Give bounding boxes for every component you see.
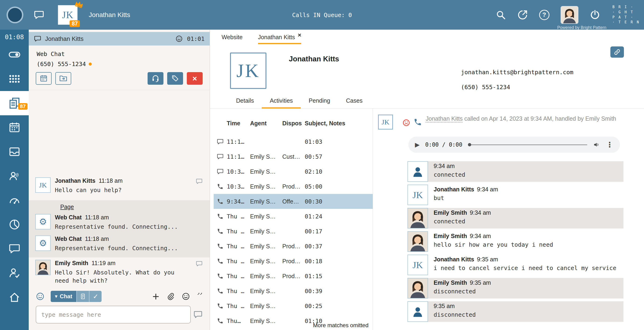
pie-chart-icon bbox=[8, 218, 20, 231]
table-row[interactable]: Thu …Emily S…Prod…01:15 bbox=[214, 269, 373, 284]
active-contact-avatar[interactable]: JK 87 bbox=[58, 5, 78, 25]
table-row[interactable]: 10:3…Emily S…02:10 bbox=[214, 164, 373, 179]
sidebar-item-dashboard[interactable] bbox=[0, 188, 29, 212]
chat-duration-timer: 01:01 bbox=[187, 35, 204, 42]
paperclip-icon[interactable] bbox=[166, 292, 175, 301]
flag-disposition-button[interactable] bbox=[167, 72, 183, 85]
tab-activities[interactable]: Activities bbox=[262, 97, 301, 108]
sidebar-item-reports[interactable] bbox=[0, 212, 29, 237]
sidebar-item-status-toggle[interactable] bbox=[0, 42, 29, 67]
sentiment-smiley-icon[interactable] bbox=[175, 35, 183, 42]
sidebar-item-dialpad[interactable] bbox=[0, 67, 29, 91]
tab-details[interactable]: Details bbox=[228, 97, 262, 108]
table-row[interactable]: Thu …Emily S…Prod…00:37 bbox=[214, 239, 373, 254]
contact-avatar: JK bbox=[408, 185, 428, 205]
table-row[interactable]: Thu …Emily S…01:24 bbox=[214, 209, 373, 224]
message-sender: Web Chat bbox=[55, 214, 82, 221]
contact-header: JK Jonathan Kitts bbox=[210, 44, 644, 89]
table-row[interactable]: Thu …Emily S…00:39 bbox=[214, 284, 373, 299]
table-row[interactable]: 10:3…Emily S…Prod…05:00 bbox=[214, 179, 373, 194]
message-text: hello sir how are you today i need bbox=[434, 241, 553, 248]
table-row[interactable]: 11:1…01:03 bbox=[214, 134, 373, 149]
voice-call-button[interactable] bbox=[148, 72, 164, 85]
add-attachment-plus-icon[interactable]: + bbox=[152, 292, 159, 301]
send-chat-icon[interactable] bbox=[193, 310, 203, 319]
tab-contact[interactable]: Jonathan Kitts× bbox=[258, 34, 302, 44]
table-row[interactable]: Thu …Emily S…Prod…00:18 bbox=[214, 254, 373, 269]
message-options-icon[interactable] bbox=[196, 260, 203, 267]
message-options-icon[interactable] bbox=[196, 178, 203, 185]
sidebar-item-inbox[interactable] bbox=[0, 140, 29, 164]
call-transcript: 9:34 amconnected JK Jonathan Kitts9:34 a… bbox=[408, 161, 624, 325]
table-row[interactable]: Thu …Emily S…00:25 bbox=[214, 299, 373, 314]
chat-header[interactable]: Jonathan Kitts 01:01 bbox=[29, 32, 210, 45]
message-text: but bbox=[434, 195, 498, 201]
help-icon[interactable]: ? bbox=[539, 10, 550, 20]
activity-summary-header: JK Jonathan Kitts called on Apr 14, 2023… bbox=[378, 115, 644, 129]
logged-in-agent[interactable]: Powered by Bright Pattern bbox=[561, 6, 578, 24]
quote-icon[interactable]: ” bbox=[197, 293, 203, 300]
agent-avatar bbox=[408, 231, 428, 252]
agent-presence-indicator[interactable] bbox=[6, 6, 23, 23]
share-icon[interactable] bbox=[517, 9, 528, 20]
sidebar-item-calendar[interactable] bbox=[0, 115, 29, 140]
phone-type-icon bbox=[214, 273, 227, 279]
left-nav-sidebar: 01:08 87 bbox=[0, 30, 29, 330]
sidebar-item-contacts[interactable] bbox=[0, 164, 29, 188]
transcript-event: Emily Smith9:34 amconnected bbox=[408, 208, 624, 229]
chat-mode-button[interactable]: ▾Chat bbox=[51, 291, 76, 302]
phone-type-icon bbox=[214, 303, 227, 309]
col-time: Time bbox=[227, 120, 250, 127]
close-tab-icon[interactable]: × bbox=[298, 32, 301, 38]
logout-power-icon[interactable] bbox=[590, 9, 600, 20]
confirm-button[interactable]: ✓ bbox=[89, 291, 102, 302]
table-row[interactable]: 11:1…Emily S…Cust…00:57 bbox=[214, 149, 373, 164]
player-time: 0:00 / 0:00 bbox=[425, 141, 462, 148]
seek-bar[interactable] bbox=[468, 144, 587, 145]
page-link[interactable]: Page bbox=[60, 204, 74, 210]
tab-pending[interactable]: Pending bbox=[301, 97, 338, 108]
end-chat-button[interactable]: × bbox=[187, 72, 203, 85]
queue-status: Calls IN Queue: 0 bbox=[292, 11, 352, 18]
contact-phone[interactable]: (650) 555-1234 bbox=[461, 84, 510, 90]
message-time: 11:18 am bbox=[85, 214, 109, 221]
tab-website[interactable]: Website bbox=[222, 34, 242, 44]
agent-avatar bbox=[35, 260, 51, 275]
send-mode-group: ▾Chat ✓ bbox=[51, 291, 102, 302]
contact-name-link[interactable]: Jonathan Kitts bbox=[426, 115, 462, 122]
sidebar-item-home[interactable] bbox=[0, 285, 29, 310]
agent-photo-avatar[interactable] bbox=[561, 6, 578, 24]
system-avatar: ⚙ bbox=[35, 214, 51, 229]
event-text: disconnected bbox=[434, 311, 476, 318]
speaker-name: Emily Smith bbox=[434, 233, 467, 239]
sidebar-item-interactions[interactable]: 87 bbox=[0, 91, 29, 115]
message-input[interactable] bbox=[36, 306, 191, 324]
context-tabs: Website Jonathan Kitts× bbox=[210, 30, 644, 44]
emoji-picker-icon[interactable] bbox=[36, 292, 44, 301]
play-button[interactable]: ▶ bbox=[415, 142, 420, 148]
canned-response-button[interactable] bbox=[76, 291, 89, 302]
contact-email[interactable]: jonathan.kitts@brightpattern.com bbox=[461, 69, 574, 76]
tab-cases[interactable]: Cases bbox=[338, 97, 370, 108]
audio-player: ▶ 0:00 / 0:00 ⋮ bbox=[408, 137, 620, 153]
seek-thumb[interactable] bbox=[468, 143, 471, 146]
search-icon[interactable] bbox=[496, 10, 506, 20]
smiley-icon[interactable] bbox=[182, 292, 190, 301]
table-row[interactable]: Thu …Emily S…00:17 bbox=[214, 224, 373, 239]
schedule-button[interactable] bbox=[36, 72, 52, 85]
message-text: Hello Sir! Absolutely. What do you need … bbox=[55, 268, 190, 285]
copy-link-button[interactable] bbox=[610, 46, 624, 58]
table-row-selected[interactable]: 9:34…Emily S…Offe…00:30 bbox=[214, 194, 373, 209]
sidebar-item-chat-center[interactable] bbox=[0, 237, 29, 261]
active-chat-icon[interactable] bbox=[34, 9, 44, 20]
transfer-button[interactable] bbox=[55, 72, 71, 85]
calendar-icon bbox=[8, 121, 20, 133]
chevron-down-icon: ▾ bbox=[55, 293, 58, 300]
agent-avatar bbox=[408, 208, 428, 229]
player-menu-icon[interactable]: ⋮ bbox=[606, 141, 614, 148]
folder-arrow-icon bbox=[59, 74, 68, 83]
status-dot bbox=[89, 62, 92, 66]
volume-icon[interactable] bbox=[593, 141, 600, 148]
speaker-name: Jonathan Kitts bbox=[434, 256, 474, 263]
sidebar-item-supervision[interactable] bbox=[0, 261, 29, 285]
